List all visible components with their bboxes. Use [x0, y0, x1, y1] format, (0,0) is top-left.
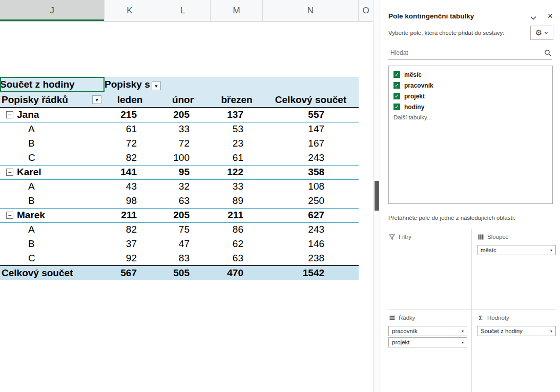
field-checkbox[interactable]: ✓ [393, 82, 400, 89]
pivot-row-label-cell[interactable]: −Karel [0, 165, 105, 179]
pivot-row-label-cell[interactable]: −Jana [0, 108, 105, 122]
area-field-chip[interactable]: měsíc▾ [477, 245, 556, 255]
pivot-row-label-cell[interactable]: B [0, 194, 105, 208]
pivot-value-cell[interactable]: 72 [155, 136, 211, 151]
pivot-value-cell[interactable]: 108 [263, 179, 359, 194]
column-header-j[interactable]: J [0, 0, 105, 21]
pivot-column-header-brezen[interactable]: březen [211, 92, 263, 108]
pivot-value-cell[interactable]: 167 [263, 136, 359, 151]
pivot-value-cell[interactable]: 122 [211, 165, 263, 179]
pivot-row-label-cell[interactable]: A [0, 179, 105, 194]
field-item-pracovník[interactable]: ✓pracovník [393, 80, 548, 91]
collapse-button[interactable]: − [6, 169, 13, 176]
pivot-value-cell[interactable]: 63 [155, 194, 211, 208]
grand-total-label-cell[interactable]: Celkový součet [0, 265, 105, 280]
pivot-value-cell[interactable]: 243 [263, 222, 359, 237]
pivot-value-cell[interactable]: 215 [105, 108, 155, 122]
pivot-value-cell[interactable]: 61 [211, 151, 263, 165]
pivot-row-label-cell[interactable]: C [0, 251, 105, 265]
row-labels-filter-button[interactable]: ▾ [92, 95, 101, 104]
pivot-value-cell[interactable]: 211 [105, 208, 155, 222]
pivot-value-cell[interactable]: 32 [155, 179, 211, 194]
pivot-value-cell[interactable]: 557 [263, 108, 359, 122]
pivot-row-label-cell[interactable]: B [0, 237, 105, 251]
area-field-chip[interactable]: projekt▾ [388, 337, 467, 347]
chip-dropdown-arrow[interactable]: ▾ [550, 248, 552, 253]
pivot-value-cell[interactable]: 567 [105, 265, 155, 280]
pivot-value-cell[interactable]: 205 [155, 108, 211, 122]
column-labels-filter-button[interactable]: ▾ [152, 81, 161, 90]
pivot-row-label-cell[interactable]: B [0, 136, 105, 151]
area-field-chip[interactable]: pracovník▾ [388, 326, 467, 336]
collapse-button[interactable]: − [6, 212, 13, 219]
more-tables-link[interactable]: Další tabulky... [393, 112, 548, 123]
chip-dropdown-arrow[interactable]: ▾ [462, 329, 464, 334]
pivot-value-cell[interactable]: 98 [105, 194, 155, 208]
field-checkbox[interactable]: ✓ [393, 93, 400, 99]
pivot-value-cell[interactable]: 47 [155, 237, 211, 251]
pivot-column-header-total[interactable]: Celkový součet [263, 92, 359, 108]
pivot-value-cell[interactable]: 82 [105, 222, 155, 237]
pivot-column-header-leden[interactable]: leden [105, 92, 155, 108]
pivot-value-cell[interactable]: 146 [263, 237, 359, 251]
pivot-value-cell[interactable]: 72 [105, 136, 155, 151]
pivot-value-cell[interactable]: 33 [211, 179, 263, 194]
pivot-value-cell[interactable]: 33 [155, 122, 211, 136]
pivot-value-cell[interactable]: 61 [105, 122, 155, 136]
search-input[interactable] [388, 46, 552, 59]
pivot-value-cell[interactable]: 1542 [263, 265, 359, 280]
field-checkbox[interactable]: ✓ [393, 71, 400, 78]
pivot-row-label-cell[interactable]: A [0, 122, 105, 136]
pivot-value-cell[interactable]: 358 [263, 165, 359, 179]
pivot-row-labels-cell[interactable]: Popisky řádků ▾ [0, 92, 105, 108]
pivot-value-cell[interactable]: 205 [155, 208, 211, 222]
chip-dropdown-arrow[interactable]: ▾ [462, 340, 464, 345]
pivot-value-cell[interactable]: 211 [211, 208, 263, 222]
collapse-button[interactable]: − [6, 111, 13, 118]
pivot-row-label-cell[interactable]: −Marek [0, 208, 105, 222]
field-item-měsíc[interactable]: ✓měsíc [393, 69, 548, 80]
field-checkbox[interactable]: ✓ [393, 104, 400, 110]
pivot-value-cell[interactable]: 95 [155, 165, 211, 179]
pivot-value-cell[interactable]: 100 [155, 151, 211, 165]
pivot-value-cell[interactable]: 250 [263, 194, 359, 208]
columns-dropzone[interactable]: měsíc▾ [477, 245, 556, 255]
pivot-value-cell[interactable]: 505 [155, 265, 211, 280]
scrollbar-thumb[interactable] [375, 181, 379, 211]
pivot-value-cell[interactable]: 37 [105, 237, 155, 251]
column-header-l[interactable]: L [155, 0, 211, 21]
pivot-value-cell[interactable]: 147 [263, 122, 359, 136]
pivot-value-cell[interactable]: 141 [105, 165, 155, 179]
pivot-column-header-unor[interactable]: únor [155, 92, 211, 108]
field-item-projekt[interactable]: ✓projekt [393, 91, 548, 101]
pivot-value-cell[interactable]: 83 [155, 251, 211, 265]
tools-button[interactable]: ⚙ [530, 26, 553, 40]
pivot-row-label-cell[interactable]: C [0, 151, 105, 165]
pivot-value-cell[interactable]: 92 [105, 251, 155, 265]
pivot-value-cell[interactable]: 63 [211, 251, 263, 265]
pivot-value-cell[interactable]: 627 [263, 208, 359, 222]
search-box[interactable] [388, 46, 552, 59]
chip-dropdown-arrow[interactable]: ▾ [550, 329, 552, 334]
pivot-value-cell[interactable]: 470 [211, 265, 263, 280]
vertical-scrollbar[interactable] [373, 0, 380, 392]
column-header-n[interactable]: N [263, 0, 359, 21]
pivot-value-cell[interactable]: 243 [263, 151, 359, 165]
field-item-hodiny[interactable]: ✓hodiny [393, 101, 548, 112]
area-field-chip[interactable]: Součet z hodiny▾ [477, 326, 556, 336]
pivot-row-label-cell[interactable]: A [0, 222, 105, 237]
pivot-value-cell[interactable]: 86 [211, 222, 263, 237]
column-header-m[interactable]: M [211, 0, 263, 21]
column-header-k[interactable]: K [105, 0, 155, 21]
pivot-value-cell[interactable]: 238 [263, 251, 359, 265]
pivot-value-cell[interactable]: 62 [211, 237, 263, 251]
rows-dropzone[interactable]: pracovník▾projekt▾ [388, 326, 467, 347]
pivot-values-label-cell[interactable]: Součet z hodiny [0, 77, 105, 92]
chevron-down-icon[interactable] [530, 14, 536, 22]
pivot-value-cell[interactable]: 75 [155, 222, 211, 237]
values-dropzone[interactable]: Součet z hodiny▾ [477, 326, 556, 336]
pivot-value-cell[interactable]: 43 [105, 179, 155, 194]
pivot-value-cell[interactable]: 23 [211, 136, 263, 151]
pivot-column-labels-cell[interactable]: Popisky s▾ [105, 77, 359, 92]
pivot-value-cell[interactable]: 53 [211, 122, 263, 136]
